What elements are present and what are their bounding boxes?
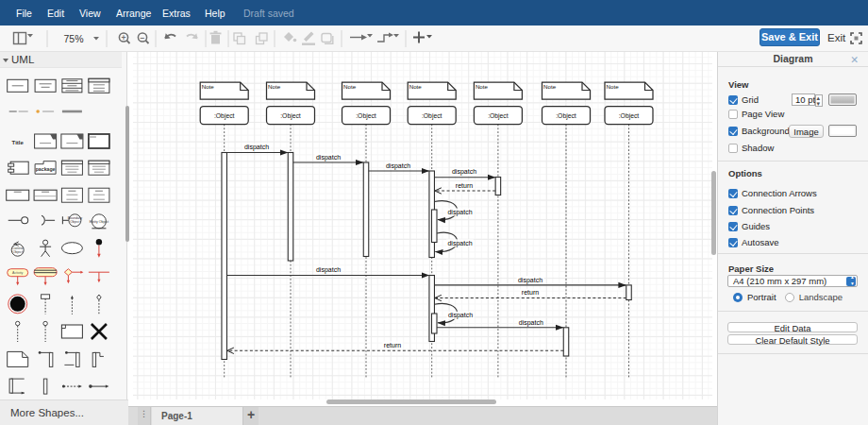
svg-text:dispatch: dispatch — [448, 312, 473, 319]
svg-text::Object: :Object — [619, 112, 640, 120]
svg-text:Note: Note — [343, 83, 357, 90]
svg-text::Object: :Object — [422, 112, 442, 120]
svg-text:Note: Note — [268, 83, 281, 90]
svg-text:Note: Note — [409, 83, 423, 90]
svg-text:dispatch: dispatch — [452, 168, 476, 176]
svg-text:Entity Object: Entity Object — [90, 220, 108, 224]
svg-text::Object: :Object — [556, 112, 576, 120]
svg-text:dispatch: dispatch — [386, 162, 410, 170]
svg-text::Object: :Object — [214, 112, 235, 120]
svg-text:dispatch: dispatch — [316, 154, 341, 162]
svg-text:dispatch: dispatch — [244, 144, 269, 151]
svg-text:package: package — [36, 166, 56, 172]
svg-text:Object: Object — [13, 250, 23, 254]
svg-text:return: return — [384, 342, 401, 348]
svg-text:dispatch: dispatch — [316, 266, 341, 274]
svg-text:return: return — [522, 289, 539, 296]
svg-text:dispatch: dispatch — [518, 277, 542, 284]
svg-text:Object: Object — [70, 220, 79, 224]
svg-text:Title: Title — [12, 140, 25, 145]
svg-text:Note: Note — [476, 83, 489, 90]
svg-text:Activity: Activity — [12, 271, 24, 275]
svg-text:Note: Note — [607, 83, 620, 90]
svg-text:dispatch: dispatch — [447, 240, 472, 247]
svg-text:dispatch: dispatch — [447, 209, 472, 216]
svg-text::Object: :Object — [356, 112, 376, 120]
svg-text:return: return — [456, 182, 473, 189]
svg-text::Object: :Object — [280, 112, 301, 120]
svg-text:Note: Note — [202, 83, 215, 90]
svg-text::Object: :Object — [488, 112, 509, 120]
svg-text:dispatch: dispatch — [519, 319, 543, 327]
svg-text:Note: Note — [543, 83, 557, 90]
